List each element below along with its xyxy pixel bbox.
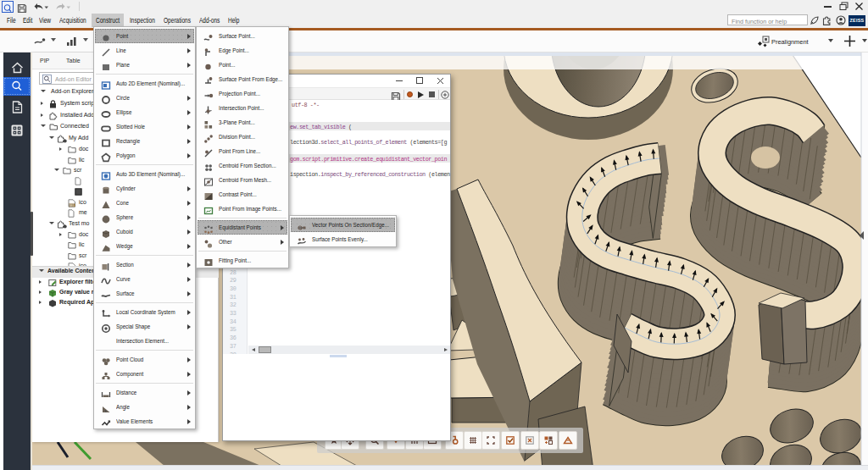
svg-text:IMG: IMG bbox=[70, 204, 75, 207]
